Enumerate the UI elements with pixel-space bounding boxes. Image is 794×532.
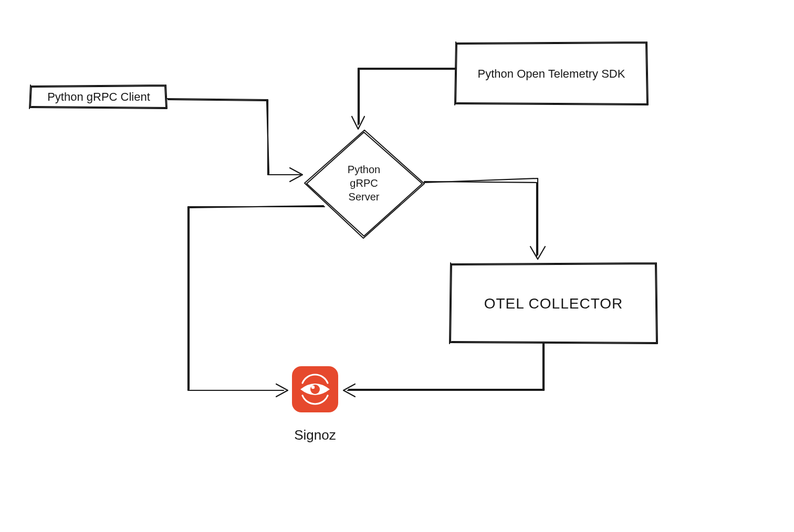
node-server-label-line3: Server: [349, 191, 380, 203]
node-sdk-label: Python Open Telemetry SDK: [478, 67, 625, 80]
node-server-label-line2: gRPC: [350, 177, 378, 189]
edge-collector-to-signoz: [343, 344, 544, 397]
node-python-otel-sdk: Python Open Telemetry SDK: [455, 42, 648, 105]
node-client-label: Python gRPC Client: [47, 90, 150, 103]
node-signoz: Signoz: [292, 366, 338, 443]
node-python-grpc-server: Python gRPC Server: [305, 130, 424, 238]
node-server-label-line1: Python: [348, 164, 380, 175]
svg-point-0: [310, 385, 320, 394]
node-signoz-label: Signoz: [294, 427, 336, 443]
node-otel-collector: OTEL COLLECTOR: [450, 263, 657, 344]
edge-sdk-to-server: [352, 68, 456, 129]
node-collector-label: OTEL COLLECTOR: [484, 295, 623, 312]
svg-point-1: [311, 386, 315, 389]
node-python-grpc-client: Python gRPC Client: [29, 85, 167, 109]
architecture-diagram: Python gRPC Client Python Open Telemetry…: [0, 0, 794, 532]
edge-client-to-server: [167, 99, 302, 182]
edge-server-to-collector: [424, 178, 545, 259]
